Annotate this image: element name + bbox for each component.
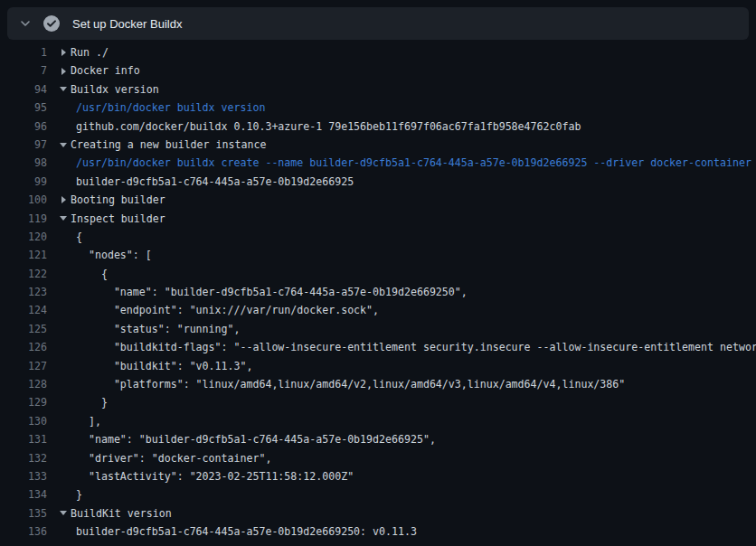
log-line: 123 "name": "builder-d9cfb5a1-c764-445a-…	[0, 283, 756, 301]
check-circle-icon	[43, 15, 60, 32]
log-group-line[interactable]: 100 Booting builder	[0, 191, 756, 209]
log-text: "nodes": [	[76, 246, 152, 264]
log-line: 122 {	[0, 265, 756, 283]
log-text: "name": "builder-d9cfb5a1-c764-445a-a57e…	[76, 283, 468, 301]
line-number[interactable]: 98	[0, 154, 47, 172]
log-group-line[interactable]: 7 Docker info	[0, 61, 756, 80]
log-text: "buildkit": "v0.11.3",	[76, 357, 252, 375]
triangle-down-icon	[60, 216, 67, 221]
line-number[interactable]: 133	[0, 467, 47, 485]
line-number[interactable]: 124	[0, 301, 47, 319]
chevron-down-icon[interactable]	[18, 16, 33, 31]
log-text: "lastActivity": "2023-02-25T11:58:12.000…	[76, 467, 354, 485]
log-lines: 1 Run ./ 7 Docker info 94 Buildx version…	[0, 40, 756, 546]
line-number[interactable]: 125	[0, 320, 47, 338]
log-group-line[interactable]: 1 Run ./	[0, 43, 756, 61]
line-number[interactable]: 97	[0, 136, 47, 154]
log-line: 124 "endpoint": "unix:///var/run/docker.…	[0, 301, 756, 319]
log-line: 129 }	[0, 393, 756, 411]
line-number[interactable]: 130	[0, 412, 47, 430]
log-line: 131 "name": "builder-d9cfb5a1-c764-445a-…	[0, 430, 756, 448]
log-line: 95 /usr/bin/docker buildx version	[0, 99, 756, 117]
log-text: "name": "builder-d9cfb5a1-c764-445a-a57e…	[76, 430, 436, 448]
log-text: }	[76, 485, 82, 504]
log-line: 133 "lastActivity": "2023-02-25T11:58:12…	[0, 467, 756, 485]
log-line: 98 /usr/bin/docker buildx create --name …	[0, 154, 756, 172]
line-number[interactable]: 100	[0, 191, 47, 209]
line-number[interactable]: 7	[0, 61, 47, 80]
log-text: Creating a new builder instance	[71, 136, 266, 154]
log-text: Docker info	[71, 61, 140, 80]
triangle-down-icon	[60, 143, 67, 147]
log-group-line[interactable]: 97 Creating a new builder instance	[0, 136, 756, 154]
actions-log-viewer: Set up Docker Buildx 1 Run ./ 7 Docker i…	[0, 0, 756, 546]
log-text: Booting builder	[71, 191, 165, 209]
log-text: Inspect builder	[71, 210, 165, 228]
line-number[interactable]: 127	[0, 357, 47, 375]
log-line: 126 "buildkitd-flags": "--allow-insecure…	[0, 338, 756, 356]
log-text: builder-d9cfb5a1-c764-445a-a57e-0b19d2e6…	[76, 173, 354, 191]
log-text: ],	[76, 412, 101, 430]
step-header[interactable]: Set up Docker Buildx	[7, 7, 749, 40]
log-line: 127 "buildkit": "v0.11.3",	[0, 357, 756, 375]
log-text: github.com/docker/buildx 0.10.3+azure-1 …	[76, 118, 581, 136]
triangle-right-icon	[60, 196, 67, 203]
line-number[interactable]: 136	[0, 522, 47, 541]
line-number[interactable]: 94	[0, 80, 47, 99]
log-text: "driver": "docker-container",	[76, 449, 271, 467]
log-text: "endpoint": "unix:///var/run/docker.sock…	[76, 301, 379, 319]
triangle-down-icon	[60, 87, 67, 91]
log-text: Buildx version	[71, 80, 159, 99]
line-number[interactable]: 122	[0, 265, 47, 283]
line-number[interactable]: 132	[0, 449, 47, 467]
log-line: 136 builder-d9cfb5a1-c764-445a-a57e-0b19…	[0, 522, 756, 541]
log-line: 125 "status": "running",	[0, 320, 756, 338]
line-number[interactable]: 131	[0, 430, 47, 448]
line-number[interactable]: 128	[0, 375, 47, 393]
line-number[interactable]: 1	[0, 43, 47, 61]
line-number[interactable]: 95	[0, 99, 47, 117]
log-line: 132 "driver": "docker-container",	[0, 449, 756, 467]
log-line: 128 "platforms": "linux/amd64,linux/amd6…	[0, 375, 756, 393]
log-text: }	[76, 393, 108, 411]
log-group-line[interactable]: 94 Buildx version	[0, 80, 756, 99]
line-number[interactable]: 119	[0, 210, 47, 228]
log-line: 96 github.com/docker/buildx 0.10.3+azure…	[0, 118, 756, 136]
triangle-right-icon	[60, 49, 67, 56]
line-number[interactable]: 99	[0, 173, 47, 191]
log-line: 134 }	[0, 485, 756, 504]
triangle-right-icon	[60, 68, 67, 75]
line-number[interactable]: 135	[0, 504, 47, 522]
log-line: 130 ],	[0, 412, 756, 430]
step-title: Set up Docker Buildx	[72, 17, 182, 31]
log-line: 120 {	[0, 228, 756, 246]
log-text: "buildkitd-flags": "--allow-insecure-ent…	[76, 338, 756, 356]
log-text: "platforms": "linux/amd64,linux/amd64/v2…	[76, 375, 625, 393]
line-number[interactable]: 96	[0, 118, 47, 136]
line-number[interactable]: 129	[0, 393, 47, 411]
line-number[interactable]: 120	[0, 228, 47, 246]
log-text: BuildKit version	[71, 504, 172, 522]
line-number[interactable]: 121	[0, 246, 47, 264]
log-line: 121 "nodes": [	[0, 246, 756, 264]
log-text: builder-d9cfb5a1-c764-445a-a57e-0b19d2e6…	[76, 522, 417, 541]
line-number[interactable]: 126	[0, 338, 47, 356]
log-line: 99 builder-d9cfb5a1-c764-445a-a57e-0b19d…	[0, 173, 756, 191]
log-group-line[interactable]: 135 BuildKit version	[0, 504, 756, 522]
line-number[interactable]: 123	[0, 283, 47, 301]
triangle-down-icon	[60, 511, 67, 515]
line-number[interactable]: 134	[0, 485, 47, 504]
log-text: /usr/bin/docker buildx version	[76, 99, 265, 117]
log-text: "status": "running",	[76, 320, 240, 338]
log-text: Run ./	[71, 43, 109, 61]
log-text: {	[76, 265, 108, 283]
log-text: {	[76, 228, 82, 246]
log-text: /usr/bin/docker buildx create --name bui…	[76, 154, 751, 172]
log-group-line[interactable]: 119 Inspect builder	[0, 210, 756, 228]
